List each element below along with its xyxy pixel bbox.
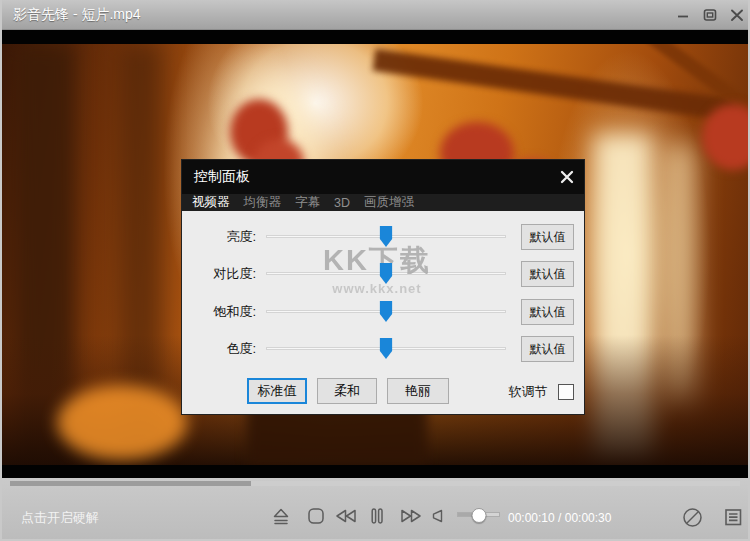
maximize-button[interactable] — [701, 6, 719, 24]
vivid-preset-button[interactable]: 艳丽 — [387, 378, 449, 404]
titlebar[interactable]: 影音先锋 - 短片.mp4 — [2, 0, 748, 30]
saturation-slider[interactable] — [266, 310, 506, 313]
tab-video[interactable]: 视频器 — [192, 194, 230, 211]
hue-slider-thumb[interactable] — [380, 338, 393, 359]
next-button[interactable] — [398, 505, 424, 527]
seek-bar[interactable] — [10, 481, 740, 486]
tab-enhance[interactable]: 画质增强 — [364, 194, 414, 211]
saturation-slider-thumb[interactable] — [380, 301, 393, 322]
soft-preset-button[interactable]: 柔和 — [317, 378, 377, 404]
volume-icon — [429, 507, 447, 525]
soft-adjust-checkbox[interactable] — [558, 384, 574, 400]
standard-preset-button[interactable]: 标准值 — [247, 378, 307, 404]
close-icon — [728, 6, 746, 24]
slider-row-brightness: 亮度: 默认值 — [182, 224, 584, 250]
slider-row-hue: 色度: 默认值 — [182, 336, 584, 362]
previous-icon — [333, 505, 359, 527]
tab-subtitle[interactable]: 字幕 — [295, 194, 320, 211]
pause-button[interactable] — [366, 505, 388, 527]
soft-adjust-label: 软调节 — [509, 384, 548, 399]
window-title: 影音先锋 - 短片.mp4 — [13, 6, 141, 24]
hue-slider[interactable] — [266, 347, 506, 350]
volume-slider-thumb[interactable] — [471, 508, 486, 523]
seek-fill — [10, 481, 251, 486]
maximize-icon — [701, 6, 719, 24]
volume-slider[interactable] — [457, 512, 500, 517]
hardware-decode-toggle[interactable]: 点击开启硬解 — [21, 509, 99, 527]
volume-button[interactable] — [429, 507, 447, 525]
hue-default-button[interactable]: 默认值 — [521, 336, 574, 362]
dialog-close-button[interactable] — [559, 169, 575, 185]
next-icon — [398, 505, 424, 527]
pause-icon — [366, 505, 388, 527]
saturation-label: 饱和度: — [182, 299, 256, 325]
brightness-slider[interactable] — [266, 235, 506, 238]
minimize-icon — [674, 6, 692, 24]
hue-label: 色度: — [182, 336, 256, 362]
brightness-slider-thumb[interactable] — [380, 226, 393, 247]
dialog-body: KK下载 www.kkx.net 亮度: 默认值 对比度: 默认值 — [182, 211, 584, 414]
dialog-tabs: 视频器 均衡器 字幕 3D 画质增强 — [182, 194, 584, 211]
control-panel-dialog: 控制面板 视频器 均衡器 字幕 3D 画质增强 KK下载 www.kkx.net — [181, 159, 585, 415]
letterbox-top — [2, 30, 748, 44]
dialog-title: 控制面板 — [194, 168, 250, 186]
tab-equalizer[interactable]: 均衡器 — [244, 194, 282, 211]
slashed-circle-icon — [680, 505, 705, 530]
brightness-label: 亮度: — [182, 224, 256, 250]
contrast-label: 对比度: — [182, 261, 256, 287]
close-button[interactable] — [728, 6, 746, 24]
player-controls-bar: 点击开启硬解 — [2, 478, 748, 539]
slider-row-contrast: 对比度: 默认值 — [182, 261, 584, 287]
previous-button[interactable] — [333, 505, 359, 527]
letterbox-bottom — [2, 465, 748, 478]
eject-icon — [270, 505, 292, 527]
dialog-titlebar[interactable]: 控制面板 — [182, 160, 584, 194]
contrast-default-button[interactable]: 默认值 — [521, 261, 574, 287]
contrast-slider-thumb[interactable] — [380, 263, 393, 284]
playlist-button[interactable] — [723, 507, 743, 527]
stop-button[interactable] — [305, 505, 327, 527]
time-display: 00:00:10 / 00:00:30 — [508, 511, 611, 525]
soft-adjust-group: 软调节 — [509, 378, 574, 404]
minimize-button[interactable] — [674, 6, 692, 24]
eject-button[interactable] — [270, 505, 292, 527]
playlist-icon — [723, 507, 743, 527]
dialog-close-icon — [559, 169, 575, 185]
player-window: 影音先锋 - 短片.mp4 — [0, 0, 750, 541]
brightness-default-button[interactable]: 默认值 — [521, 224, 574, 250]
tab-3d[interactable]: 3D — [334, 196, 350, 210]
slider-row-saturation: 饱和度: 默认值 — [182, 299, 584, 325]
stop-icon — [305, 505, 327, 527]
disable-filter-button[interactable] — [680, 505, 705, 530]
video-area[interactable]: 控制面板 视频器 均衡器 字幕 3D 画质增强 KK下载 www.kkx.net — [2, 30, 748, 478]
saturation-default-button[interactable]: 默认值 — [521, 299, 574, 325]
contrast-slider[interactable] — [266, 272, 506, 275]
